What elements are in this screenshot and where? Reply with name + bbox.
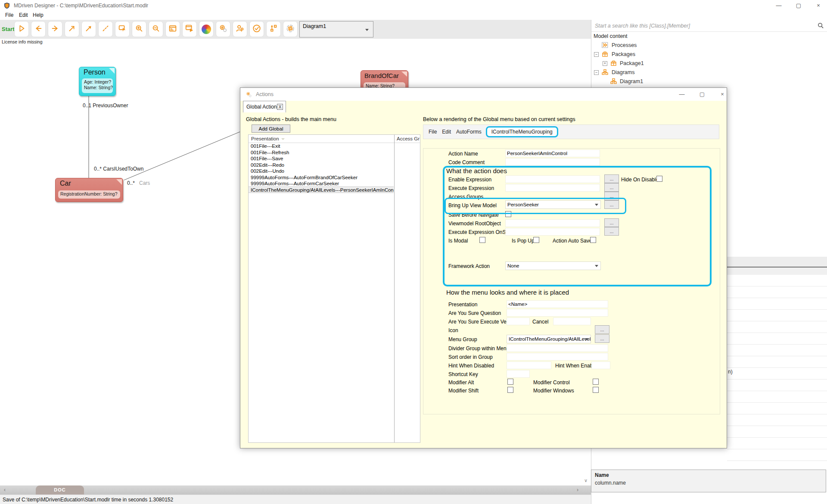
execute-expression-onshow-editor-button[interactable]: ... [604,227,619,236]
menu-group-combo[interactable]: IControlTheMenuGrouping/AtAllLevels [507,335,591,343]
code-comment-field[interactable] [505,158,600,166]
rendered-menu-icontrolthemenugrouping[interactable]: IControlTheMenuGrouping [486,126,558,137]
presentation-label: Presentation [448,302,477,308]
tree-item-processes[interactable]: Processes [591,41,827,50]
viewmodel-rootobject-field[interactable] [505,219,600,227]
hide-on-disable-checkbox[interactable] [656,176,662,182]
modifier-alt-checkbox[interactable] [507,379,513,385]
attribute: RegistrationNumber: String? [60,191,118,197]
execute-expression-editor-button[interactable]: ... [604,183,619,192]
combo-arrow-icon [595,265,598,267]
access-groups-editor-button[interactable]: ... [604,192,619,200]
list-item[interactable]: 002Edit---Undo [249,168,394,174]
rendered-menu-edit[interactable]: Edit [442,129,451,135]
enable-expression-field[interactable] [505,175,600,183]
dialog-title-bar[interactable]: Actions — ▢ × [240,88,727,101]
dialog-minimize-button[interactable]: — [673,88,690,101]
expand-icon[interactable]: + [603,61,607,66]
search-input[interactable] [594,22,811,30]
maximize-button[interactable]: ▢ [789,0,808,11]
search-icon[interactable] [818,22,824,31]
scroll-down-icon[interactable]: ∨ [581,476,590,485]
tree-item-label: Package1 [620,60,644,66]
is-pop-up-checkbox[interactable] [533,237,539,243]
list-item[interactable]: 001File---Exit [249,143,394,149]
are-you-sure-execute-verb-label: Are You Sure Execute Verb [448,319,511,325]
tree-item-packages[interactable]: − Packages [591,50,827,59]
properties-grid-top [727,257,827,267]
bring-up-view-model-combo[interactable]: PersonSeeker [505,200,601,209]
list-item-selected[interactable]: IControlTheMenuGrouping/AtAllLevels---Pe… [249,187,394,193]
horizontal-scrollbar[interactable]: ‹ DOC › [0,485,591,495]
add-global-action-button[interactable]: Add Global Action [252,124,290,133]
bring-up-view-model-editor-button[interactable]: ... [604,200,619,209]
actions-gear-icon [246,91,252,100]
package-icon [602,51,609,58]
modifier-windows-checkbox[interactable] [593,387,599,393]
association-label-previousowner: 0..1 PreviousOwner [83,103,128,109]
list-item[interactable]: 002Edit---Redo [249,162,394,168]
doc-tab[interactable]: DOC [36,485,84,495]
save-before-navigate-checkbox[interactable] [505,211,511,217]
icon-editor-button[interactable]: ... [595,325,609,334]
close-button[interactable]: × [809,0,827,11]
modifier-shift-checkbox[interactable] [507,387,513,393]
dialog-close-button[interactable]: × [714,88,731,101]
hint-when-disabled-field[interactable] [507,361,551,369]
are-you-sure-question-label: Are You Sure Question [448,310,501,316]
column-access-groups[interactable]: Access Gr [397,136,420,141]
sort-order-field[interactable] [507,353,608,361]
properties-grid[interactable] [727,275,827,468]
modifier-shift-label: Modifier Shift [448,388,479,394]
are-you-sure-question-field[interactable] [507,309,608,317]
list-item[interactable]: 99999AutoForms---AutoFormBrandOfCarSeeke… [249,174,394,181]
tree-item-diagram1[interactable]: Diagram1 [591,77,827,86]
framework-action-value: None [507,263,519,268]
collapse-icon[interactable]: − [594,70,599,75]
rendered-menu-file[interactable]: File [429,129,437,135]
enable-expression-editor-button[interactable]: ... [604,174,619,183]
list-item[interactable]: 001File---Save [249,156,394,162]
tree-item-diagrams[interactable]: − Diagrams [591,68,827,77]
is-modal-checkbox[interactable] [479,237,485,243]
are-you-sure-execute-verb-field[interactable] [507,317,530,325]
class-person[interactable]: Person Age: Integer? Name: String? [79,67,116,96]
modifier-control-checkbox[interactable] [593,379,599,385]
scroll-left-icon[interactable]: ‹ [0,485,9,495]
fold-corner-icon [116,179,122,185]
shortcut-key-field[interactable] [507,370,530,378]
actions-dialog: Actions — ▢ × Global Actions X Global Ac… [240,87,727,448]
association-label-cars-role: Cars [139,180,150,186]
menu-group-editor-button[interactable]: ... [595,334,609,343]
hint-when-enabled-field[interactable] [591,361,610,369]
column-presentation[interactable]: Presentation [251,136,279,141]
fold-corner-icon [109,68,115,74]
status-bar: Save of C:\temp\MDrivenEducation\Start.m… [0,495,591,504]
code-comment-label: Code Comment [448,159,485,165]
rendered-menu-autoforms[interactable]: AutoForms [456,129,482,135]
action-name-field[interactable]: PersonSeekerIAmInControl [505,149,600,157]
execute-expression-onshow-field[interactable] [505,228,600,236]
is-modal-label: Is Modal [448,238,468,244]
are-you-sure-cancel-field[interactable] [553,317,591,325]
presentation-field[interactable]: <Name> [507,300,608,308]
list-item[interactable]: 99999AutoForms---AutoFormCarSeeker [249,180,394,187]
collapse-icon[interactable]: − [594,52,599,57]
fold-corner-icon [401,72,407,77]
tab-global-actions[interactable]: Global Actions X [243,101,286,112]
tab-close-icon[interactable]: X [277,104,283,110]
class-car[interactable]: Car RegistrationNumber: String? [55,178,123,202]
divider-group-field[interactable] [507,344,608,352]
viewmodel-rootobject-editor-button[interactable]: ... [604,218,619,227]
global-actions-list[interactable]: Presentation Access Gr 001File---Exit 00… [248,134,420,443]
action-auto-saves-checkbox[interactable] [590,237,596,243]
dialog-maximize-button[interactable]: ▢ [693,88,711,101]
minimize-button[interactable]: — [769,0,788,11]
diagram-icon [610,78,617,85]
tree-item-package1[interactable]: + Package1 [591,59,827,68]
framework-action-combo[interactable]: None [505,261,601,270]
execute-expression-field[interactable] [505,184,600,192]
scroll-right-icon[interactable]: › [573,485,582,495]
action-name-label: Action Name [448,151,478,157]
list-item[interactable]: 001File---Refresh [249,149,394,156]
